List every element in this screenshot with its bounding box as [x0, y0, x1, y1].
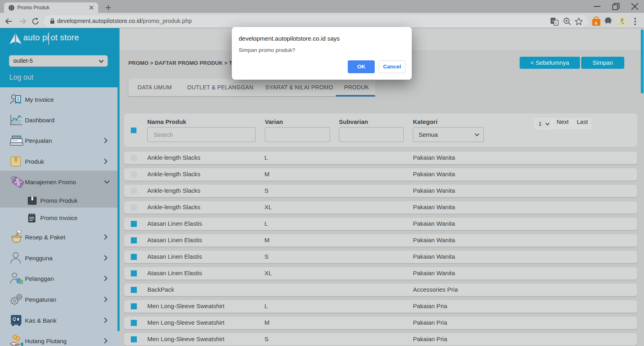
- svg-text:a: a: [594, 20, 597, 26]
- svg-text:x: x: [555, 21, 557, 25]
